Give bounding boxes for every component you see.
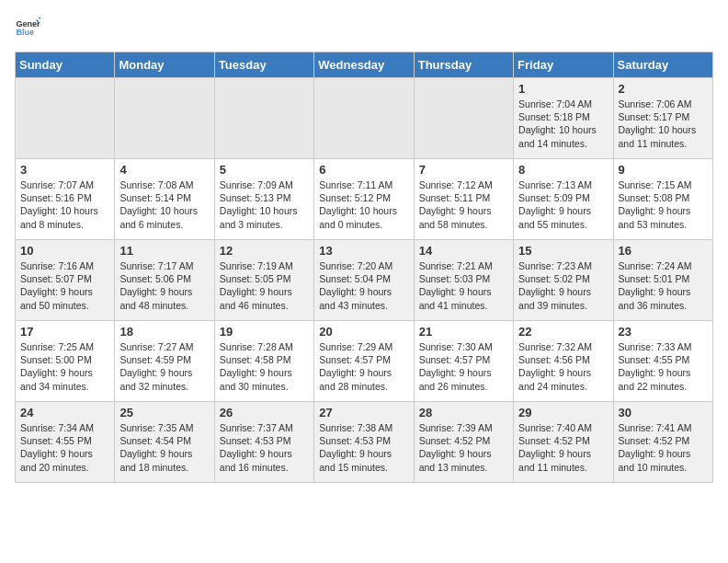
day-number: 27	[319, 406, 408, 419]
day-info: Sunrise: 7:25 AM Sunset: 5:00 PM Dayligh…	[20, 340, 109, 393]
day-info: Sunrise: 7:19 AM Sunset: 5:05 PM Dayligh…	[220, 259, 309, 312]
day-info: Sunrise: 7:40 AM Sunset: 4:52 PM Dayligh…	[518, 421, 608, 474]
day-number: 8	[518, 163, 608, 177]
day-number: 9	[619, 163, 708, 177]
day-number: 14	[419, 244, 508, 258]
calendar-table: SundayMondayTuesdayWednesdayThursdayFrid…	[15, 52, 713, 483]
day-number: 7	[419, 163, 508, 177]
day-info: Sunrise: 7:35 AM Sunset: 4:54 PM Dayligh…	[119, 421, 209, 474]
calendar-cell	[414, 78, 513, 159]
calendar-cell	[314, 78, 414, 159]
calendar-cell: 17Sunrise: 7:25 AM Sunset: 5:00 PM Dayli…	[16, 321, 115, 402]
day-info: Sunrise: 7:37 AM Sunset: 4:53 PM Dayligh…	[220, 421, 309, 474]
calendar-cell	[214, 78, 313, 159]
day-number: 22	[518, 325, 608, 339]
day-info: Sunrise: 7:06 AM Sunset: 5:17 PM Dayligh…	[619, 98, 708, 150]
calendar-cell: 14Sunrise: 7:21 AM Sunset: 5:03 PM Dayli…	[414, 240, 513, 321]
day-number: 12	[220, 244, 309, 258]
day-number: 19	[220, 325, 309, 339]
weekday-header-sunday: Sunday	[16, 52, 115, 78]
weekday-header-friday: Friday	[514, 52, 613, 78]
day-number: 3	[20, 163, 109, 177]
day-info: Sunrise: 7:20 AM Sunset: 5:04 PM Dayligh…	[319, 259, 408, 312]
weekday-header-tuesday: Tuesday	[214, 52, 313, 78]
calendar-cell: 26Sunrise: 7:37 AM Sunset: 4:53 PM Dayli…	[214, 402, 313, 483]
calendar-cell: 7Sunrise: 7:12 AM Sunset: 5:11 PM Daylig…	[414, 159, 513, 240]
day-number: 29	[518, 406, 608, 419]
calendar-cell: 22Sunrise: 7:32 AM Sunset: 4:56 PM Dayli…	[514, 321, 613, 402]
calendar-cell: 20Sunrise: 7:29 AM Sunset: 4:57 PM Dayli…	[314, 321, 414, 402]
day-info: Sunrise: 7:33 AM Sunset: 4:55 PM Dayligh…	[619, 340, 708, 393]
day-info: Sunrise: 7:27 AM Sunset: 4:59 PM Dayligh…	[119, 340, 209, 393]
calendar-cell: 25Sunrise: 7:35 AM Sunset: 4:54 PM Dayli…	[115, 402, 214, 483]
day-number: 13	[319, 244, 408, 258]
calendar-week-row: 10Sunrise: 7:16 AM Sunset: 5:07 PM Dayli…	[16, 240, 713, 321]
day-number: 4	[119, 163, 209, 177]
day-number: 30	[619, 406, 708, 419]
calendar-cell: 2Sunrise: 7:06 AM Sunset: 5:17 PM Daylig…	[613, 78, 712, 159]
calendar-cell: 5Sunrise: 7:09 AM Sunset: 5:13 PM Daylig…	[214, 159, 313, 240]
calendar-cell: 15Sunrise: 7:23 AM Sunset: 5:02 PM Dayli…	[514, 240, 613, 321]
day-number: 25	[119, 406, 209, 419]
day-info: Sunrise: 7:41 AM Sunset: 4:52 PM Dayligh…	[619, 421, 708, 474]
calendar-week-row: 3Sunrise: 7:07 AM Sunset: 5:16 PM Daylig…	[16, 159, 713, 240]
calendar-week-row: 24Sunrise: 7:34 AM Sunset: 4:55 PM Dayli…	[16, 402, 713, 483]
day-number: 10	[20, 244, 109, 258]
day-number: 11	[119, 244, 209, 258]
calendar-cell: 29Sunrise: 7:40 AM Sunset: 4:52 PM Dayli…	[514, 402, 613, 483]
weekday-header-monday: Monday	[115, 52, 214, 78]
day-number: 15	[518, 244, 608, 258]
day-info: Sunrise: 7:23 AM Sunset: 5:02 PM Dayligh…	[518, 259, 608, 312]
day-info: Sunrise: 7:38 AM Sunset: 4:53 PM Dayligh…	[319, 421, 408, 474]
weekday-header-thursday: Thursday	[414, 52, 513, 78]
calendar-cell: 28Sunrise: 7:39 AM Sunset: 4:52 PM Dayli…	[414, 402, 513, 483]
day-number: 20	[319, 325, 408, 339]
calendar-cell: 27Sunrise: 7:38 AM Sunset: 4:53 PM Dayli…	[314, 402, 414, 483]
day-number: 24	[20, 406, 109, 419]
calendar-cell	[16, 78, 115, 159]
weekday-header-wednesday: Wednesday	[314, 52, 414, 78]
day-info: Sunrise: 7:07 AM Sunset: 5:16 PM Dayligh…	[20, 178, 109, 231]
calendar-cell: 24Sunrise: 7:34 AM Sunset: 4:55 PM Dayli…	[16, 402, 115, 483]
svg-text:Blue: Blue	[16, 28, 34, 37]
day-number: 26	[220, 406, 309, 419]
weekday-header-row: SundayMondayTuesdayWednesdayThursdayFrid…	[16, 52, 713, 78]
day-number: 5	[220, 163, 309, 177]
day-info: Sunrise: 7:30 AM Sunset: 4:57 PM Dayligh…	[419, 340, 508, 393]
page-header: General Blue	[15, 15, 713, 40]
calendar-cell: 13Sunrise: 7:20 AM Sunset: 5:04 PM Dayli…	[314, 240, 414, 321]
day-number: 28	[419, 406, 508, 419]
day-number: 23	[619, 325, 708, 339]
day-info: Sunrise: 7:21 AM Sunset: 5:03 PM Dayligh…	[419, 259, 508, 312]
calendar-cell: 16Sunrise: 7:24 AM Sunset: 5:01 PM Dayli…	[613, 240, 712, 321]
day-number: 16	[619, 244, 708, 258]
day-info: Sunrise: 7:04 AM Sunset: 5:18 PM Dayligh…	[518, 98, 608, 150]
day-info: Sunrise: 7:28 AM Sunset: 4:58 PM Dayligh…	[220, 340, 309, 393]
calendar-cell: 9Sunrise: 7:15 AM Sunset: 5:08 PM Daylig…	[613, 159, 712, 240]
day-info: Sunrise: 7:29 AM Sunset: 4:57 PM Dayligh…	[319, 340, 408, 393]
day-info: Sunrise: 7:12 AM Sunset: 5:11 PM Dayligh…	[419, 178, 508, 231]
day-info: Sunrise: 7:34 AM Sunset: 4:55 PM Dayligh…	[20, 421, 109, 474]
calendar-week-row: 1Sunrise: 7:04 AM Sunset: 5:18 PM Daylig…	[16, 78, 713, 159]
calendar-cell: 19Sunrise: 7:28 AM Sunset: 4:58 PM Dayli…	[214, 321, 313, 402]
day-info: Sunrise: 7:11 AM Sunset: 5:12 PM Dayligh…	[319, 178, 408, 231]
calendar-week-row: 17Sunrise: 7:25 AM Sunset: 5:00 PM Dayli…	[16, 321, 713, 402]
day-info: Sunrise: 7:17 AM Sunset: 5:06 PM Dayligh…	[119, 259, 209, 312]
calendar-cell: 11Sunrise: 7:17 AM Sunset: 5:06 PM Dayli…	[115, 240, 214, 321]
day-number: 2	[619, 82, 708, 96]
day-info: Sunrise: 7:09 AM Sunset: 5:13 PM Dayligh…	[220, 178, 309, 231]
weekday-header-saturday: Saturday	[613, 52, 712, 78]
calendar-cell: 12Sunrise: 7:19 AM Sunset: 5:05 PM Dayli…	[214, 240, 313, 321]
calendar-cell: 30Sunrise: 7:41 AM Sunset: 4:52 PM Dayli…	[613, 402, 712, 483]
calendar-cell: 1Sunrise: 7:04 AM Sunset: 5:18 PM Daylig…	[514, 78, 613, 159]
calendar-cell: 21Sunrise: 7:30 AM Sunset: 4:57 PM Dayli…	[414, 321, 513, 402]
day-info: Sunrise: 7:15 AM Sunset: 5:08 PM Dayligh…	[619, 178, 708, 231]
calendar-cell: 3Sunrise: 7:07 AM Sunset: 5:16 PM Daylig…	[16, 159, 115, 240]
day-info: Sunrise: 7:39 AM Sunset: 4:52 PM Dayligh…	[419, 421, 508, 474]
day-info: Sunrise: 7:32 AM Sunset: 4:56 PM Dayligh…	[518, 340, 608, 393]
day-info: Sunrise: 7:16 AM Sunset: 5:07 PM Dayligh…	[20, 259, 109, 312]
day-number: 21	[419, 325, 508, 339]
logo: General Blue	[15, 15, 44, 40]
day-number: 1	[518, 82, 608, 96]
day-number: 18	[119, 325, 209, 339]
